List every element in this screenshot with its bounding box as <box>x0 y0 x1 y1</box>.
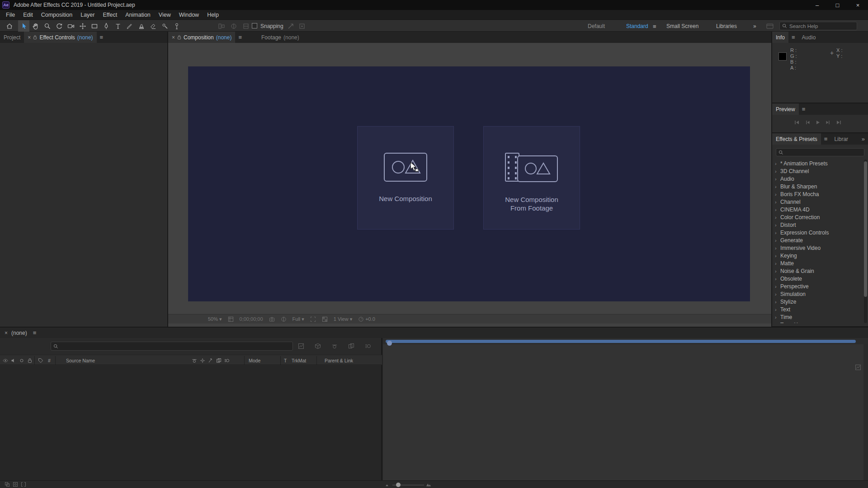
snapping-checkbox[interactable] <box>252 23 257 28</box>
chevron-right-icon[interactable]: › <box>775 207 778 212</box>
chevron-right-icon[interactable]: › <box>775 284 778 289</box>
chevron-right-icon[interactable]: › <box>775 268 778 274</box>
zoom-in-mountain-icon[interactable] <box>426 482 431 487</box>
collapse-switch-icon[interactable] <box>200 358 205 363</box>
snapshot-icon[interactable] <box>269 316 275 322</box>
chevron-right-icon[interactable]: › <box>775 276 778 282</box>
menu-effect[interactable]: Effect <box>99 12 121 18</box>
chevron-right-icon[interactable]: › <box>775 253 778 258</box>
effects-category[interactable]: ›Generate <box>772 236 863 244</box>
snap-target-icon[interactable] <box>296 20 307 32</box>
time-navigator-track[interactable] <box>383 338 868 344</box>
first-frame-button[interactable] <box>794 120 800 125</box>
menu-view[interactable]: View <box>155 12 175 18</box>
safe-guides-icon[interactable] <box>228 316 234 322</box>
column-mode[interactable]: Mode <box>249 355 260 366</box>
shy-switch-icon[interactable] <box>192 358 197 363</box>
menu-composition[interactable]: Composition <box>37 12 76 18</box>
chevron-right-icon[interactable]: › <box>775 230 778 235</box>
help-search-field[interactable] <box>779 22 857 30</box>
expand-layer-switches-icon[interactable] <box>5 482 10 487</box>
chevron-right-icon[interactable]: › <box>775 307 778 312</box>
menu-layer[interactable]: Layer <box>76 12 99 18</box>
tab-overflow-icon[interactable]: » <box>859 133 868 145</box>
puppet-pin-tool-icon[interactable] <box>171 20 182 32</box>
menu-help[interactable]: Help <box>203 12 223 18</box>
hand-tool-icon[interactable] <box>30 20 41 32</box>
effects-category[interactable]: ›3D Channel <box>772 167 863 175</box>
brush-tool-icon[interactable] <box>124 20 135 32</box>
timeline-search-field[interactable] <box>51 342 293 351</box>
effects-search-input[interactable] <box>786 150 862 155</box>
panel-menu-icon[interactable]: ≡ <box>97 32 107 43</box>
pen-tool-icon[interactable] <box>100 20 112 32</box>
effects-category[interactable]: ›CINEMA 4D <box>772 206 863 213</box>
viewer-timecode[interactable]: 0;00;00;00 <box>240 316 263 322</box>
menu-file[interactable]: File <box>2 12 19 18</box>
scrollbar-thumb[interactable] <box>864 161 867 297</box>
shape-tool-icon[interactable] <box>89 20 100 32</box>
menu-window[interactable]: Window <box>175 12 203 18</box>
effects-category[interactable]: ›Channel <box>772 198 863 206</box>
navigator-start-handle[interactable] <box>387 341 392 346</box>
lock-icon[interactable] <box>27 358 33 363</box>
chevron-right-icon[interactable]: › <box>775 261 778 266</box>
rotation-tool-icon[interactable] <box>53 20 65 32</box>
chevron-right-icon[interactable]: › <box>775 322 778 324</box>
selection-tool-icon[interactable] <box>18 20 29 32</box>
panel-lock-icon[interactable] <box>33 35 37 40</box>
label-tag-icon[interactable] <box>38 358 43 363</box>
effects-switch-icon[interactable] <box>208 358 213 363</box>
camera-tool-icon[interactable] <box>65 20 76 32</box>
chevron-right-icon[interactable]: › <box>775 291 778 297</box>
workspace-overflow-icon[interactable]: » <box>753 23 756 29</box>
next-frame-button[interactable] <box>825 120 831 125</box>
transparency-grid-icon[interactable] <box>322 316 328 322</box>
panel-grid-icon[interactable] <box>764 20 775 32</box>
previous-frame-button[interactable] <box>804 120 811 125</box>
tab-footage[interactable]: Footage (none) <box>258 32 303 43</box>
effects-category[interactable]: ›Transition <box>772 321 863 323</box>
close-tab-icon[interactable]: × <box>28 34 31 41</box>
menu-edit[interactable]: Edit <box>19 12 37 18</box>
panel-lock-icon[interactable] <box>177 35 181 40</box>
effects-category[interactable]: ›Boris FX Mocha <box>772 190 863 198</box>
workspace-menu-icon[interactable]: ≡ <box>653 23 656 30</box>
panel-menu-icon[interactable]: ≡ <box>821 133 831 145</box>
help-search-input[interactable] <box>789 23 854 29</box>
effects-category[interactable]: ›Noise & Grain <box>772 267 863 275</box>
eraser-tool-icon[interactable] <box>147 20 159 32</box>
tab-effect-controls[interactable]: × Effect Controls (none) <box>24 32 96 43</box>
effects-category[interactable]: ›* Animation Presets <box>772 160 863 167</box>
audio-speaker-icon[interactable] <box>11 358 16 363</box>
close-tab-icon[interactable]: × <box>5 330 8 336</box>
chevron-right-icon[interactable]: › <box>775 161 778 166</box>
new-composition-from-footage-button[interactable]: New Composition From Footage <box>483 126 580 230</box>
draft-3d-icon[interactable] <box>313 342 322 351</box>
effects-category[interactable]: ›Color Correction <box>772 213 863 221</box>
hide-shy-layers-icon[interactable] <box>330 342 339 351</box>
video-eye-icon[interactable] <box>3 358 8 363</box>
chevron-right-icon[interactable]: › <box>775 238 778 243</box>
region-of-interest-icon[interactable] <box>310 316 316 322</box>
chevron-right-icon[interactable]: › <box>775 176 778 182</box>
tab-libraries[interactable]: Librar <box>830 133 852 145</box>
effects-category[interactable]: ›Immersive Video <box>772 244 863 252</box>
close-tab-icon[interactable]: × <box>172 34 175 41</box>
workspace-default[interactable]: Default <box>588 23 605 29</box>
zoom-out-mountain-icon[interactable] <box>385 482 391 487</box>
composition-mini-flowchart-icon[interactable] <box>297 342 306 351</box>
roto-brush-tool-icon[interactable] <box>159 20 170 32</box>
panel-menu-icon[interactable]: ≡ <box>235 32 245 43</box>
chevron-right-icon[interactable]: › <box>775 184 778 189</box>
timeline-vertical-scrollbar[interactable] <box>863 344 868 480</box>
column-source-name[interactable]: Source Name <box>66 355 95 366</box>
maximize-button[interactable]: □ <box>827 0 848 10</box>
expand-in-out-icon[interactable] <box>21 482 26 487</box>
effects-category[interactable]: ›Blur & Sharpen <box>772 183 863 190</box>
column-t[interactable]: T <box>284 355 287 366</box>
chevron-right-icon[interactable]: › <box>775 215 778 220</box>
workspace-libraries[interactable]: Libraries <box>716 23 737 29</box>
exposure-control[interactable]: +0.0 <box>358 316 375 322</box>
effects-category[interactable]: ›Time <box>772 313 863 321</box>
